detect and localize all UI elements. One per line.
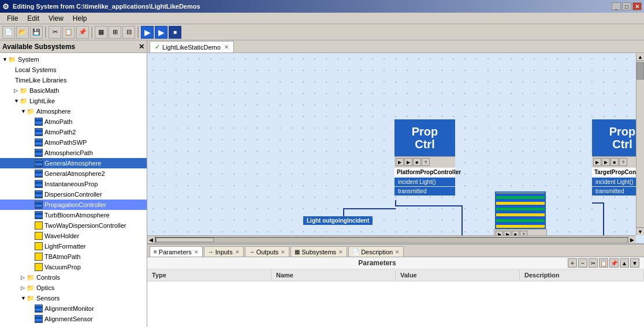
target-node-btn-3[interactable]: ■ [611,158,619,166]
new-button[interactable]: 📄 [2,26,15,39]
exp-sensors: ▼ [21,295,27,301]
scroll-down-btn[interactable]: ▼ [636,227,644,235]
tab-outputs[interactable]: → Outputs ✕ [245,246,290,257]
sidebar-item-propagationcontroller[interactable]: PropagationController [0,200,147,210]
maximize-button[interactable]: □ [622,2,631,10]
params-add-btn[interactable]: + [568,258,577,268]
inputs-icon: → [208,249,214,255]
subsystems-icon: ▦ [295,249,300,255]
canvas-area[interactable]: PropCtrl ▶ ▶ ■ ? PlatformPropController … [147,53,644,243]
col-type: Type [147,270,271,280]
open-button[interactable]: 📂 [16,26,29,39]
sidebar-item-basicmath[interactable]: ▷ 📁 BasicMath [0,85,147,96]
sidebar-item-lightlike[interactable]: ▼ 📁 LightLike [0,96,147,106]
sidebar-item-alignmentmonitor[interactable]: AlignmentMonitor [0,303,147,314]
menu-edit[interactable]: Edit [23,13,44,24]
toolbar-btn-7[interactable]: ⊟ [122,26,135,39]
toolbar-btn-6[interactable]: ⊞ [109,26,121,39]
sidebar-item-instantaneousprop[interactable]: InstantaneousProp [0,179,147,189]
params-up-btn[interactable]: ▲ [620,258,629,268]
target-node-btn-4[interactable]: ? [619,158,627,166]
sidebar-item-tbatmopath[interactable]: TBAtmoPath [0,251,147,262]
step-button[interactable]: ▶ [155,26,167,39]
scroll-left-btn[interactable]: ◀ [147,236,155,244]
minimize-button[interactable]: _ [612,2,621,10]
scroll-thumb-h[interactable] [156,238,214,242]
sidebar-item-dispersioncontroller[interactable]: DispersionController [0,189,147,200]
menu-help[interactable]: Help [68,13,92,24]
sidebar-item-local-systems[interactable]: Local Systems [0,65,147,75]
params-cut-btn[interactable]: ✂ [589,258,598,268]
outputs-tab-close[interactable]: ✕ [281,249,285,255]
description-tab-close[interactable]: ✕ [395,249,400,255]
menu-file[interactable]: File [2,13,23,24]
sidebar-item-sensors[interactable]: ▼ 📁 Sensors [0,293,147,303]
scroll-right-btn[interactable]: ▶ [628,236,636,244]
subsystems-tab-close[interactable]: ✕ [338,249,343,255]
sidebar-item-optics[interactable]: ▷ 📁 Optics [0,283,147,293]
copy-button[interactable]: 📋 [62,26,75,39]
atmosphericpath-label: AtmosphericPath [44,149,93,156]
scroll-thumb-v[interactable] [636,62,644,80]
toolbar-btn-5[interactable]: ▦ [95,26,107,39]
paste-button[interactable]: 📌 [76,26,89,39]
vertical-scrollbar[interactable]: ▲ ▼ [636,53,644,235]
sidebar-item-twowaydispersion[interactable]: TwoWayDispersionController [0,220,147,231]
canvas-tab-lightlike[interactable]: ✓ LightLikeStaticDemo ✕ [150,41,234,52]
sidebar-close-button[interactable]: ✕ [139,43,144,51]
menu-view[interactable]: View [44,13,68,24]
stop-button[interactable]: ■ [169,26,181,39]
sidebar-item-generalatmosphere[interactable]: GeneralAtmosphere [0,158,147,168]
tab-description[interactable]: 📄 Description ✕ [348,246,404,257]
platform-prop-ctrl-node[interactable]: PropCtrl ▶ ▶ ■ ? PlatformPropController … [394,119,455,196]
node-btn-1[interactable]: ▶ [396,158,404,166]
sidebar-item-vacuumprop[interactable]: VacuumProp [0,262,147,272]
tab-parameters[interactable]: ≡ Parameters ✕ [150,246,203,257]
save-button[interactable]: 💾 [30,26,43,39]
cut-button[interactable]: ✂ [49,26,61,39]
sidebar-item-waveholder[interactable]: WaveHolder [0,231,147,241]
scroll-track-h [155,237,628,243]
run-button[interactable]: ▶ [141,26,154,39]
params-paste-btn[interactable]: 📌 [609,258,619,268]
node-btn-3[interactable]: ■ [413,158,421,166]
sidebar-item-atmosphericpath[interactable]: AtmosphericPath [0,148,147,158]
params-copy-btn[interactable]: 📋 [599,258,608,268]
node-btn-4[interactable]: ? [422,158,430,166]
tab-subsystems[interactable]: ▦ Subsystems ✕ [291,246,347,257]
sidebar-item-lightformatter[interactable]: LightFormatter [0,241,147,251]
sidebar-item-alignmentsensor[interactable]: AlignmentSensor [0,314,147,324]
col-name: Name [271,270,396,280]
wire-label-outgoing-incident: Light outgoingIncident [303,216,373,225]
node-icon-ip [35,180,43,188]
separator-2 [91,27,92,38]
sidebar-item-generalatmosphere2[interactable]: GeneralAtmosphere2 [0,168,147,179]
sensors-label: Sensors [36,295,59,302]
sidebar-item-atmopath2[interactable]: AtmoPath2 [0,127,147,137]
tab-inputs[interactable]: → Inputs ✕ [204,246,244,257]
exp-ctrl: ▷ [21,275,27,280]
sidebar-item-atmosphere[interactable]: ▼ 📁 Atmosphere [0,106,147,116]
params-minus-btn[interactable]: − [578,258,587,268]
target-node-btn-1[interactable]: ▶ [593,158,601,166]
node-btn-2[interactable]: ▶ [404,158,412,166]
sidebar-item-controls[interactable]: ▷ 📁 Controls [0,272,147,283]
sidebar-tree[interactable]: ▼ 📁 System Local Systems TimeLike Librar… [0,53,147,327]
params-down-btn[interactable]: ▼ [630,258,639,268]
horizontal-scrollbar[interactable]: ◀ ▶ [147,235,636,243]
exp-aps [29,140,35,145]
sidebar-item-timelike[interactable]: TimeLike Libraries [0,75,147,85]
scroll-up-btn[interactable]: ▲ [636,53,644,61]
params-table-body[interactable] [147,281,644,327]
sidebar-item-turbbloom[interactable]: TurbBloomAtmosphere [0,210,147,220]
sidebar-item-atmopathswp[interactable]: AtmoPathSWP [0,137,147,148]
inputs-tab-close[interactable]: ✕ [235,249,240,255]
sidebar-item-atmopath[interactable]: AtmoPath [0,116,147,127]
params-tab-close[interactable]: ✕ [194,249,199,255]
description-icon: 📄 [352,249,359,255]
sidebar-item-system[interactable]: ▼ 📁 System [0,54,147,65]
tab-close-button[interactable]: ✕ [224,44,229,50]
atmopathswp-label: AtmoPathSWP [44,139,87,146]
close-button[interactable]: ✕ [632,2,642,10]
target-node-btn-2[interactable]: ▶ [602,158,610,166]
